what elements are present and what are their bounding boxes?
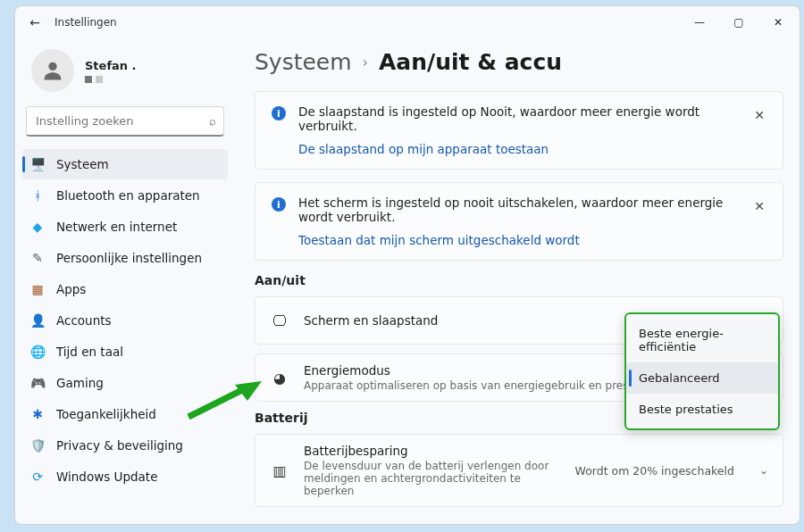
sidebar-item-label: Systeem	[56, 157, 109, 171]
gauge-icon: ◕	[270, 370, 289, 387]
sidebar-item-privacy-beveiliging[interactable]: 🛡️Privacy & beveiliging	[22, 430, 228, 461]
sidebar-item-label: Persoonlijke instellingen	[56, 251, 202, 265]
notice-text: De slaapstand is ingesteld op Nooit, waa…	[298, 104, 736, 133]
sidebar-item-icon: ⟳	[29, 469, 46, 485]
notice-link[interactable]: Toestaan dat mijn scherm uitgeschakeld w…	[298, 233, 736, 247]
user-subtext	[85, 76, 137, 83]
svg-point-0	[48, 62, 56, 71]
chevron-right-icon: ›	[363, 54, 368, 71]
page-title: Aan/uit & accu	[379, 49, 562, 75]
section-title-power: Aan/uit	[255, 273, 783, 287]
dropdown-option[interactable]: Beste prestaties	[626, 394, 778, 425]
settings-window: ← Instellingen — ▢ ✕ Stefan . ⌕	[14, 5, 800, 525]
sidebar-item-tijd-en-taal[interactable]: 🌐Tijd en taal	[22, 337, 228, 367]
avatar	[31, 49, 74, 92]
dropdown-option[interactable]: Beste energie-efficiëntie	[626, 318, 778, 362]
info-icon: i	[272, 197, 286, 212]
sidebar-item-icon: ✎	[29, 250, 46, 266]
sidebar-item-icon: ᚼ	[29, 187, 46, 204]
sidebar-item-icon: 🎮	[29, 375, 46, 391]
main-content: Systeem › Aan/uit & accu i De slaapstand…	[235, 38, 800, 524]
dropdown-option[interactable]: Gebalanceerd	[626, 362, 778, 394]
sidebar-item-icon: ▦	[29, 281, 46, 297]
sidebar-item-apps[interactable]: ▦Apps	[22, 274, 228, 304]
maximize-button[interactable]: ▢	[719, 9, 758, 36]
annotation-arrow	[183, 379, 262, 422]
sidebar-item-label: Apps	[56, 282, 86, 296]
close-window-button[interactable]: ✕	[758, 9, 798, 36]
sidebar-item-label: Toegankelijkheid	[56, 407, 156, 421]
window-title: Instellingen	[54, 16, 117, 29]
row-title: Batterijbesparing	[304, 444, 561, 458]
sidebar-item-label: Tijd en taal	[56, 345, 123, 359]
row-subtitle: De levensduur van de batterij verlengen …	[304, 460, 561, 497]
chevron-down-icon: ⌄	[759, 464, 768, 477]
sidebar-item-windows-update[interactable]: ⟳Windows Update	[22, 461, 228, 492]
sidebar-item-icon: ✱	[29, 406, 46, 422]
sidebar-item-systeem[interactable]: 🖥️Systeem	[22, 149, 228, 179]
row-value: Wordt om 20% ingeschakeld	[575, 464, 734, 478]
notice-text: Het scherm is ingesteld op nooit uitscha…	[298, 195, 736, 224]
titlebar: ← Instellingen — ▢ ✕	[15, 6, 800, 38]
breadcrumb-parent[interactable]: Systeem	[255, 49, 352, 75]
sidebar-item-label: Gaming	[56, 376, 104, 390]
sidebar: Stefan . ⌕ 🖥️SysteemᚼBluetooth en appara…	[15, 38, 235, 524]
search-box[interactable]: ⌕	[26, 106, 224, 137]
sidebar-item-icon: 🛡️	[29, 437, 46, 453]
breadcrumb: Systeem › Aan/uit & accu	[255, 49, 783, 75]
sidebar-item-persoonlijke-instellingen[interactable]: ✎Persoonlijke instellingen	[22, 243, 228, 273]
notice-screen: i Het scherm is ingesteld op nooit uitsc…	[255, 182, 783, 261]
energy-mode-dropdown[interactable]: Beste energie-efficiëntieGebalanceerdBes…	[624, 312, 780, 430]
sidebar-item-bluetooth-en-apparaten[interactable]: ᚼBluetooth en apparaten	[22, 180, 228, 211]
sidebar-item-label: Netwerk en internet	[56, 220, 177, 234]
sidebar-item-netwerk-en-internet[interactable]: ◆Netwerk en internet	[22, 212, 228, 242]
sidebar-item-label: Windows Update	[56, 470, 157, 484]
search-icon: ⌕	[209, 114, 216, 128]
sidebar-item-label: Privacy & beveiliging	[56, 438, 183, 453]
sidebar-item-icon: ◆	[29, 219, 46, 235]
sidebar-nav: 🖥️SysteemᚼBluetooth en apparaten◆Netwerk…	[22, 149, 228, 492]
notice-link[interactable]: De slaapstand op mijn apparaat toestaan	[298, 142, 736, 156]
user-profile[interactable]: Stefan .	[22, 44, 228, 101]
sidebar-item-icon: 🖥️	[29, 156, 46, 172]
sidebar-item-label: Accounts	[56, 313, 112, 328]
monitor-icon: 🖵	[270, 312, 289, 329]
battery-icon: ▥	[270, 462, 289, 479]
sidebar-item-icon: 🌐	[29, 344, 46, 360]
back-button[interactable]: ←	[22, 15, 47, 29]
notice-sleep: i De slaapstand is ingesteld op Nooit, w…	[255, 91, 783, 170]
svg-line-1	[188, 388, 246, 417]
sidebar-item-icon: 👤	[29, 312, 46, 328]
info-icon: i	[272, 106, 286, 121]
sidebar-item-accounts[interactable]: 👤Accounts	[22, 305, 228, 336]
sidebar-item-label: Bluetooth en apparaten	[56, 188, 200, 203]
user-name: Stefan .	[85, 59, 137, 72]
close-icon[interactable]: ✕	[749, 195, 770, 217]
close-icon[interactable]: ✕	[749, 104, 770, 126]
window-controls: — ▢ ✕	[680, 9, 798, 36]
search-input[interactable]	[36, 114, 209, 128]
row-battery-saver[interactable]: ▥ Batterijbesparing De levensduur van de…	[255, 434, 783, 507]
minimize-button[interactable]: —	[680, 9, 719, 36]
